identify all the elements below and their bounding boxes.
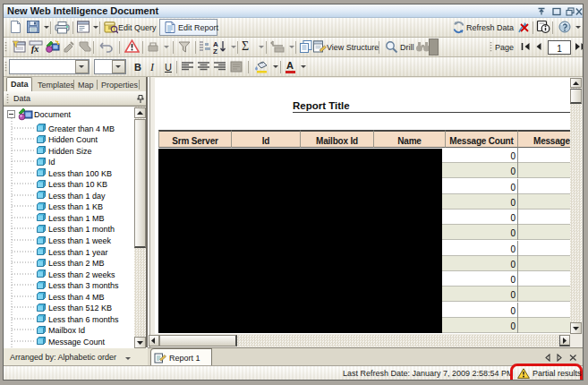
svg-text:fx: fx [31, 44, 38, 54]
svg-text:Z: Z [213, 47, 217, 54]
